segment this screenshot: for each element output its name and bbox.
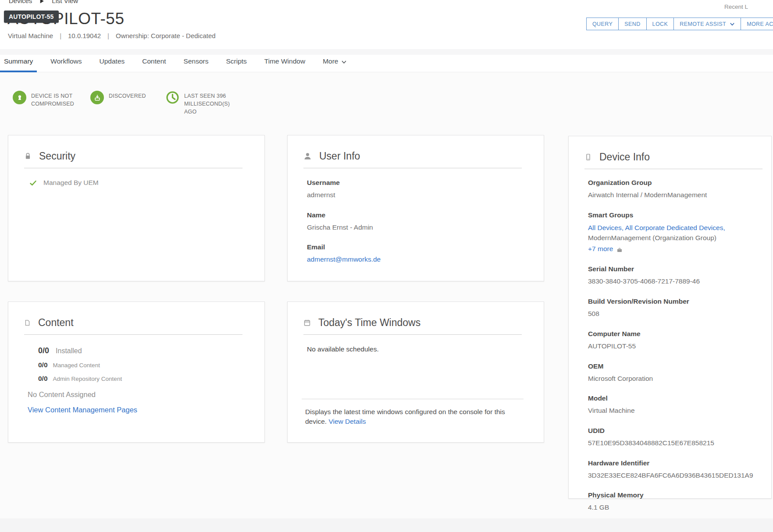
remote-assist-button-label: REMOTE ASSIST <box>680 21 726 27</box>
field-label: UDID <box>588 427 754 435</box>
tab-summary-label: Summary <box>4 57 33 65</box>
managed-by-uem-label: Managed By UEM <box>43 179 99 187</box>
tab-workflows[interactable]: Workflows <box>46 55 85 72</box>
subtitle-divider <box>107 32 109 39</box>
device-os-version: 10.0.19042 <box>68 32 101 39</box>
lock-button[interactable]: LOCK <box>646 18 674 30</box>
field-label: Hardware Identifier <box>588 459 754 467</box>
no-schedules-text: No available schedules. <box>307 345 526 353</box>
tab-summary[interactable]: Summary <box>0 55 37 72</box>
field-value: admernst <box>307 190 526 200</box>
time-windows-card: Today's Time Windows No available schedu… <box>287 301 544 443</box>
device-name-tooltip: AUTOPILOT-55 <box>4 11 59 23</box>
query-button[interactable]: QUERY <box>586 18 619 30</box>
field-value: 508 <box>588 309 754 319</box>
field-value: 3D32E33ECE824BFA6FC6A6D936B43615DED131A9 <box>588 471 754 480</box>
chevron-down-icon <box>341 59 347 64</box>
tab-time-window[interactable]: Time Window <box>260 55 309 72</box>
computer-name-field: Computer Name AUTOPILOT-55 <box>588 330 754 351</box>
time-windows-footer-divider <box>302 399 524 399</box>
hardware-identifier-field: Hardware Identifier 3D32E33ECE824BFA6FC6… <box>588 459 754 480</box>
oem-field: OEM Microsoft Corporation <box>588 362 754 383</box>
build-version-field: Build Version/Revision Number 508 <box>588 298 754 319</box>
status-badge-label: LAST SEEN 396 MILLISECOND(S) AGO <box>184 91 230 116</box>
field-value: AUTOPILOT-55 <box>588 341 754 351</box>
view-details-link[interactable]: View Details <box>328 418 366 425</box>
status-badge-label: DISCOVERED <box>109 91 146 104</box>
field-value: Virtual Machine <box>588 406 754 415</box>
tab-sensors[interactable]: Sensors <box>180 55 213 72</box>
tab-content[interactable]: Content <box>138 55 170 72</box>
security-card-title: Security <box>39 150 75 162</box>
check-icon <box>29 179 37 187</box>
field-label: Username <box>307 179 526 187</box>
managed-by-uem-row: Managed By UEM <box>29 179 247 187</box>
last-seen-clock-icon <box>166 91 179 104</box>
content-card-title: Content <box>38 317 74 329</box>
field-label: Email <box>307 243 526 251</box>
mobile-device-icon <box>584 153 592 161</box>
device-info-card: Device Info Organization Group Airwatch … <box>568 136 772 499</box>
send-button[interactable]: SEND <box>618 18 646 30</box>
udid-field: UDID 57E10E95D3834048882C15E67E858215 <box>588 427 754 448</box>
field-value: Microsoft Corporation <box>588 374 754 383</box>
smart-groups-more-link[interactable]: +7 more <box>588 244 613 254</box>
field-label: Physical Memory <box>588 491 754 499</box>
device-platform: Virtual Machine <box>8 32 53 39</box>
tab-time-window-label: Time Window <box>264 57 305 65</box>
field-value: Grischa Ernst - Admin <box>307 223 526 232</box>
organization-group-field: Organization Group Airwatch Internal / M… <box>588 179 754 200</box>
device-info-card-header: Device Info <box>569 136 771 163</box>
content-card: Content 0/0 Installed 0/0 Managed Conten… <box>8 301 265 443</box>
time-windows-card-header: Today's Time Windows <box>288 302 544 329</box>
time-windows-card-title: Today's Time Windows <box>318 317 420 329</box>
more-actions-button-label: MORE ACTIONS <box>747 21 773 27</box>
recent-list-label[interactable]: Recent L <box>724 4 748 10</box>
tab-workflows-label: Workflows <box>50 57 82 65</box>
device-tabs: Summary Workflows Updates Content Sensor… <box>0 55 360 72</box>
count-label: Managed Content <box>53 362 100 369</box>
user-icon <box>303 152 312 160</box>
email-field: Email admernst@mmworks.de <box>307 243 526 264</box>
count-value: 0/0 <box>38 375 48 383</box>
discovered-icon <box>90 91 104 104</box>
tab-scripts-label: Scripts <box>226 57 246 65</box>
content-card-header: Content <box>8 302 264 329</box>
field-label: Build Version/Revision Number <box>588 298 754 305</box>
status-badge-not-compromised: DEVICE IS NOT COMPROMISED <box>13 91 74 108</box>
view-content-management-link[interactable]: View Content Management Pages <box>28 406 137 414</box>
security-card: Security Managed By UEM <box>8 135 265 281</box>
status-badge-label: DEVICE IS NOT COMPROMISED <box>31 91 74 108</box>
more-actions-button[interactable]: MORE ACTIONS <box>741 18 773 30</box>
tab-updates[interactable]: Updates <box>96 55 129 72</box>
breadcrumb-item-list-view[interactable]: List View <box>52 0 78 4</box>
not-compromised-icon <box>13 91 26 104</box>
footer-strip <box>0 518 773 532</box>
count-value: 0/0 <box>38 346 49 355</box>
field-label: Serial Number <box>588 265 754 273</box>
count-label: Admin Repository Content <box>53 376 122 382</box>
breadcrumb-arrow-icon <box>39 0 45 4</box>
smart-groups-plain: ModernManagement (Organization Group) <box>588 233 754 243</box>
breadcrumb: Devices List View <box>9 0 78 4</box>
field-label: Model <box>588 394 754 402</box>
smart-groups-links[interactable]: All Devices, All Corporate Dedicated Dev… <box>588 224 725 231</box>
field-label: Smart Groups <box>588 211 754 219</box>
no-content-text: No Content Assigned <box>28 390 247 399</box>
remote-assist-button[interactable]: REMOTE ASSIST <box>673 18 741 30</box>
device-info-card-title: Device Info <box>599 151 650 163</box>
status-badge-last-seen: LAST SEEN 396 MILLISECOND(S) AGO <box>166 91 230 116</box>
tab-updates-label: Updates <box>100 57 125 65</box>
header-divider-band <box>0 49 773 55</box>
username-field: Username admernst <box>307 179 526 200</box>
tab-more-label: More <box>323 57 338 65</box>
subtitle-divider <box>60 32 61 39</box>
user-info-card-title: User Info <box>319 150 360 162</box>
tab-more[interactable]: More <box>319 55 351 72</box>
time-windows-footer: Displays the latest time windows configu… <box>305 407 520 427</box>
breadcrumb-item-devices[interactable]: Devices <box>9 0 32 4</box>
tab-scripts[interactable]: Scripts <box>222 55 250 72</box>
count-label: Installed <box>56 347 82 355</box>
tab-sensors-label: Sensors <box>184 57 209 65</box>
email-link[interactable]: admernst@mmworks.de <box>307 255 381 263</box>
